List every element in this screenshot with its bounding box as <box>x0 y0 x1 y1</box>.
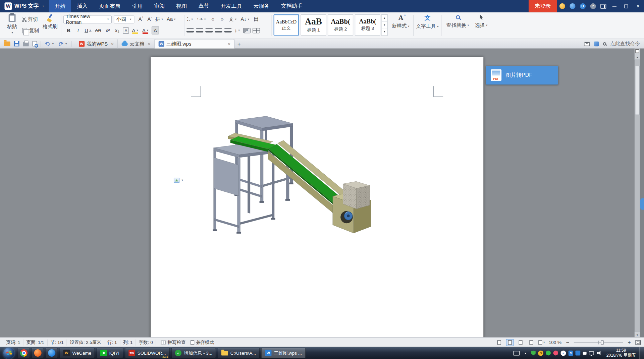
font-name-combobox[interactable]: Times New Roman <box>63 15 112 23</box>
taskbar-app-wegame[interactable]: W WeGame <box>60 348 95 358</box>
bluetooth-icon[interactable]: B <box>569 350 573 356</box>
number-list-icon[interactable] <box>196 15 207 23</box>
switch-ui-button[interactable] <box>598 0 608 12</box>
gallery-scroll-down-icon[interactable]: ▼ <box>382 21 387 28</box>
redo-button[interactable] <box>58 41 67 46</box>
input-method-icon[interactable] <box>514 351 520 355</box>
char-shading-icon[interactable]: A <box>152 26 159 34</box>
align-right-icon[interactable] <box>205 28 213 33</box>
embedded-3d-model-image[interactable] <box>172 115 374 238</box>
show-hidden-icons-icon[interactable] <box>522 350 529 356</box>
scroll-down-icon[interactable]: ▼ <box>635 332 640 337</box>
menu-tab[interactable]: 插入 <box>71 0 93 12</box>
taskbar-app-browser[interactable]: e 增加信息 - 3... <box>171 348 216 358</box>
menu-tab[interactable]: 审阅 <box>148 0 170 12</box>
align-justify-icon[interactable] <box>215 28 222 33</box>
view-mode-more-button[interactable] <box>538 339 546 346</box>
superscript-icon[interactable]: x² <box>104 26 111 34</box>
view-mode-read-button[interactable] <box>495 339 503 346</box>
start-button[interactable] <box>3 348 14 359</box>
scrollbar-track[interactable] <box>635 60 640 332</box>
member-button[interactable] <box>557 0 567 12</box>
compatibility-mode-button[interactable]: 兼容模式 <box>191 339 214 345</box>
doc-tab-cloud-docs[interactable]: 云文档 × <box>118 40 155 49</box>
align-center-icon[interactable] <box>196 28 203 33</box>
align-left-icon[interactable] <box>186 28 194 33</box>
change-case-icon[interactable]: Aa <box>166 15 177 23</box>
blue-app-taskbar-button[interactable] <box>46 348 58 358</box>
fit-page-icon[interactable] <box>635 340 641 344</box>
new-style-button[interactable]: A 新样式 <box>390 14 412 30</box>
command-search-icon[interactable] <box>603 42 606 46</box>
print-icon[interactable] <box>23 42 29 46</box>
docer-button[interactable]: D <box>578 0 588 12</box>
menu-tab[interactable]: 开发工具 <box>215 0 248 12</box>
close-tab-icon[interactable]: × <box>148 42 150 47</box>
chrome-taskbar-button[interactable] <box>18 348 30 358</box>
scrollbar-thumb[interactable] <box>635 66 639 115</box>
message-icon[interactable] <box>584 42 590 46</box>
increase-indent-icon[interactable]: » <box>218 15 226 23</box>
text-tool-button[interactable]: 文 文字工具 <box>416 14 439 30</box>
style-card-heading2[interactable]: AaBb( 标题 2 <box>328 14 353 36</box>
app-menu-button[interactable]: W WPS 文字 <box>0 0 49 12</box>
view-mode-outline-button[interactable] <box>527 339 535 346</box>
style-card-normal[interactable]: AaBbCcD 正文 <box>274 14 299 36</box>
subscript-icon[interactable]: x₂ <box>113 26 121 34</box>
gold-badge-icon[interactable]: S <box>538 350 543 356</box>
find-replace-button[interactable]: 查找替换 <box>446 14 470 29</box>
gallery-more-icon[interactable]: ▼ <box>382 28 387 35</box>
open-folder-icon[interactable] <box>4 42 10 46</box>
zoom-value[interactable]: 100 % <box>549 340 561 345</box>
restore-button[interactable] <box>620 0 632 12</box>
view-mode-page-button[interactable] <box>506 339 514 346</box>
gallery-scroll-up-icon[interactable]: ▲ <box>382 15 387 21</box>
bold-icon[interactable]: B <box>65 26 72 34</box>
font-size-combobox[interactable]: 小四 <box>114 15 134 23</box>
close-button[interactable]: × <box>632 0 644 12</box>
copy-button[interactable]: 复制 <box>21 26 40 34</box>
view-mode-web-button[interactable] <box>517 339 524 346</box>
enclose-character-icon[interactable]: 田 <box>253 15 260 23</box>
zoom-slider-thumb[interactable] <box>601 340 604 344</box>
shading-color-icon[interactable] <box>243 28 251 33</box>
taskbar-app-explorer[interactable]: C:\Users\A... <box>218 348 260 358</box>
menu-tab[interactable]: 章节 <box>193 0 215 12</box>
zoom-slider[interactable] <box>574 342 623 343</box>
style-card-heading3[interactable]: AaBb( 标题 3 <box>355 14 380 36</box>
network-icon[interactable] <box>589 351 594 355</box>
text-direction-icon[interactable]: A↓ <box>240 15 251 23</box>
char-border-icon[interactable]: A <box>123 27 129 33</box>
borders-icon[interactable] <box>253 28 260 33</box>
menu-tab[interactable]: 文档助手 <box>275 0 308 12</box>
doc-tab-current[interactable]: W 三维图.wps × <box>155 39 235 48</box>
vertical-scrollbar[interactable]: ▲ ▼ <box>635 48 640 337</box>
bullet-list-icon[interactable] <box>186 15 194 23</box>
login-button[interactable]: 未登录 <box>529 0 557 12</box>
menu-tab[interactable]: 云服务 <box>248 0 275 12</box>
close-tab-icon[interactable]: × <box>111 42 114 47</box>
scroll-up-icon[interactable]: ▲ <box>635 54 640 60</box>
taskbar-app-iqiyi[interactable]: iQIYI <box>97 348 123 358</box>
paste-button[interactable]: 粘贴 <box>4 14 20 34</box>
document-page[interactable] <box>151 57 483 337</box>
phonetic-guide-icon[interactable]: 拼 <box>154 15 164 23</box>
media-badge-icon[interactable] <box>553 351 558 356</box>
skin-icon[interactable] <box>594 41 599 46</box>
shrink-font-icon[interactable]: A <box>145 15 153 23</box>
green-badge-icon[interactable] <box>546 351 551 356</box>
power-plug-icon[interactable] <box>583 352 587 355</box>
ruler-toggle-button[interactable] <box>635 48 640 54</box>
zoom-in-button[interactable]: + <box>626 339 633 345</box>
show-desktop-button[interactable] <box>639 347 644 359</box>
italic-icon[interactable]: I <box>74 26 82 34</box>
taskbar-app-solidworks[interactable]: SW SOLIDWOR... 2016 <box>125 348 170 358</box>
undo-button[interactable] <box>45 41 54 46</box>
taskbar-clock[interactable]: 11:59 2018/7/6 星期五 <box>603 348 639 358</box>
font-color-icon[interactable]: A <box>142 26 150 34</box>
new-tab-button[interactable]: + <box>234 40 244 49</box>
taskbar-app-wps[interactable]: W 三维图.wps ... <box>261 348 306 358</box>
select-button[interactable]: 选择 <box>472 14 490 29</box>
grow-font-icon[interactable]: A <box>137 15 144 23</box>
menu-tab[interactable]: 页面布局 <box>93 0 126 12</box>
